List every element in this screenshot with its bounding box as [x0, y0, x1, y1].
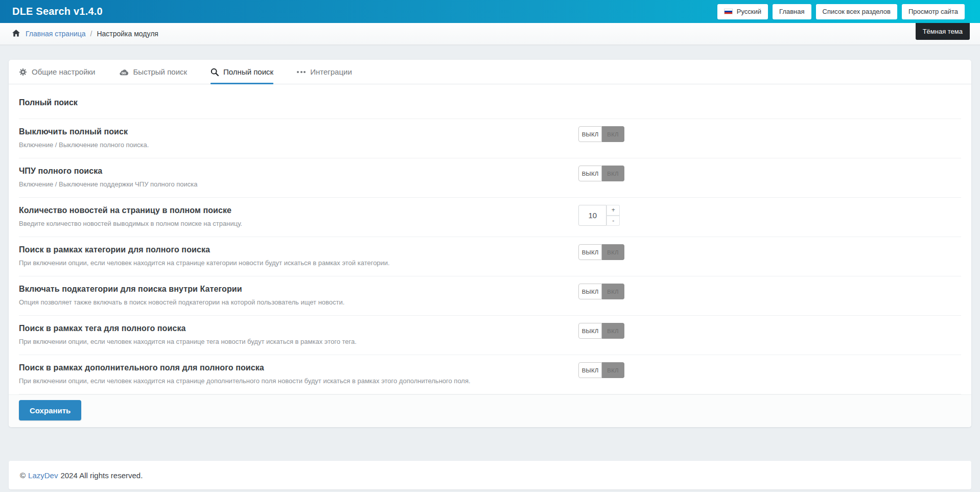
setting-row: Поиск в рамках категории для полного пои… [19, 237, 961, 276]
breadcrumb-home-link[interactable]: Главная страница [26, 30, 86, 38]
setting-title: Включать подкатегории для поиска внутри … [19, 284, 563, 294]
toggle-off-label[interactable]: ВЫКЛ [578, 323, 602, 339]
cloud-icon [119, 68, 129, 76]
setting-description: При включении опции, если человек находи… [19, 337, 563, 346]
setting-info: Количество новостей на страницу в полном… [19, 205, 578, 228]
settings-list: Выключить полный поиск Включение / Выклю… [19, 119, 961, 394]
tabs-bar: Общие настройки Быстрый поиск [9, 60, 971, 84]
toggle-on-label[interactable]: ВКЛ [602, 362, 625, 378]
app-header: DLE Search v1.4.0 Русский Главная Список… [0, 0, 980, 23]
setting-control: ВЫКЛ ВКЛ [578, 126, 961, 142]
setting-title: Количество новостей на страницу в полном… [19, 205, 563, 216]
breadcrumb-separator: / [90, 30, 92, 38]
home-icon[interactable] [12, 30, 20, 38]
toggle-switch[interactable]: ВЫКЛ ВКЛ [578, 323, 624, 339]
page: DLE Search v1.4.0 Русский Главная Список… [0, 0, 980, 492]
setting-row: ЧПУ полного поиска Включение / Выключени… [19, 158, 961, 198]
toggle-switch[interactable]: ВЫКЛ ВКЛ [578, 244, 624, 260]
setting-control: ВЫКЛ ВКЛ [578, 323, 961, 339]
settings-body: Полный поиск Выключить полный поиск Вклю… [9, 84, 971, 394]
setting-row: Поиск в рамках дополнительного поля для … [19, 355, 961, 394]
setting-description: Включение / Выключение поддержки ЧПУ пол… [19, 180, 563, 189]
breadcrumb: Главная страница / Настройка модуля [0, 23, 980, 45]
setting-description: При включении опции, если человек находи… [19, 377, 563, 385]
setting-control: + - [578, 205, 961, 226]
setting-info: Выключить полный поиск Включение / Выклю… [19, 126, 578, 149]
header-actions: Русский Главная Список всех разделов Про… [717, 4, 965, 19]
setting-info: ЧПУ полного поиска Включение / Выключени… [19, 166, 578, 189]
toggle-on-label[interactable]: ВКЛ [602, 284, 625, 299]
setting-info: Поиск в рамках категории для полного пои… [19, 244, 578, 267]
toggle-off-label[interactable]: ВЫКЛ [578, 362, 602, 378]
setting-description: Введите количество новостей выводимых в … [19, 219, 563, 228]
view-site-button[interactable]: Просмотр сайта [902, 4, 965, 19]
setting-info: Поиск в рамках дополнительного поля для … [19, 362, 578, 385]
tab-label: Общие настройки [32, 67, 96, 76]
all-sections-label: Список всех разделов [823, 8, 891, 15]
setting-title: Выключить полный поиск [19, 126, 563, 137]
setting-info: Включать подкатегории для поиска внутри … [19, 284, 578, 307]
setting-control: ВЫКЛ ВКЛ [578, 244, 961, 260]
settings-card: Общие настройки Быстрый поиск [9, 60, 971, 427]
all-sections-button[interactable]: Список всех разделов [816, 4, 897, 19]
tab-quick-search[interactable]: Быстрый поиск [119, 60, 188, 84]
toggle-off-label[interactable]: ВЫКЛ [578, 126, 602, 142]
footer-text: 2024 All rights reserved. [60, 471, 143, 480]
toggle-switch[interactable]: ВЫКЛ ВКЛ [578, 126, 624, 142]
tab-label: Интеграции [310, 67, 352, 76]
tab-general-settings[interactable]: Общие настройки [19, 60, 96, 84]
home-button-label: Главная [779, 8, 804, 15]
app-title: DLE Search v1.4.0 [12, 6, 103, 17]
tab-label: Полный поиск [223, 67, 273, 76]
language-label: Русский [737, 8, 761, 15]
setting-row: Поиск в рамках тега для полного поиска П… [19, 316, 961, 355]
site-footer: © LazyDev 2024 All rights reserved. [9, 461, 971, 489]
setting-title: ЧПУ полного поиска [19, 166, 563, 176]
section-title: Полный поиск [19, 84, 961, 119]
toggle-switch[interactable]: ВЫКЛ ВКЛ [578, 284, 624, 299]
card-footer: Сохранить [9, 394, 971, 427]
setting-row: Количество новостей на страницу в полном… [19, 198, 961, 237]
view-site-label: Просмотр сайта [908, 8, 958, 15]
number-input[interactable] [578, 205, 606, 226]
setting-title: Поиск в рамках дополнительного поля для … [19, 362, 563, 373]
language-button[interactable]: Русский [717, 4, 768, 19]
home-button[interactable]: Главная [773, 4, 811, 19]
setting-description: При включении опции, если человек находи… [19, 259, 563, 267]
toggle-off-label[interactable]: ВЫКЛ [578, 244, 602, 260]
number-stepper: + - [578, 205, 620, 226]
footer-link[interactable]: LazyDev [28, 471, 58, 480]
tab-label: Быстрый поиск [133, 67, 188, 76]
toggle-on-label[interactable]: ВКЛ [602, 166, 625, 181]
setting-row: Включать подкатегории для поиска внутри … [19, 276, 961, 316]
toggle-switch[interactable]: ВЫКЛ ВКЛ [578, 362, 624, 378]
toggle-on-label[interactable]: ВКЛ [602, 323, 625, 339]
toggle-off-label[interactable]: ВЫКЛ [578, 166, 602, 181]
toggle-off-label[interactable]: ВЫКЛ [578, 284, 602, 299]
setting-description: Опция позволяет также включать в поиск н… [19, 298, 563, 307]
setting-row: Выключить полный поиск Включение / Выклю… [19, 119, 961, 158]
tab-integrations[interactable]: Интеграции [297, 60, 352, 84]
setting-description: Включение / Выключение полного поиска. [19, 140, 563, 149]
ellipsis-icon [297, 71, 306, 73]
toggle-switch[interactable]: ВЫКЛ ВКЛ [578, 166, 624, 181]
toggle-on-label[interactable]: ВКЛ [602, 126, 625, 142]
setting-control: ВЫКЛ ВКЛ [578, 284, 961, 299]
increment-button[interactable]: + [606, 205, 620, 216]
setting-control: ВЫКЛ ВКЛ [578, 166, 961, 181]
ru-flag-icon [724, 9, 733, 14]
breadcrumb-current: Настройка модуля [97, 30, 158, 38]
search-icon [211, 68, 219, 76]
tab-full-search[interactable]: Полный поиск [211, 60, 273, 84]
save-button[interactable]: Сохранить [19, 400, 81, 420]
setting-info: Поиск в рамках тега для полного поиска П… [19, 323, 578, 346]
gear-icon [19, 68, 27, 76]
stepper-buttons: + - [606, 205, 620, 226]
setting-title: Поиск в рамках тега для полного поиска [19, 323, 563, 334]
toggle-on-label[interactable]: ВКЛ [602, 244, 625, 260]
dark-theme-button[interactable]: Тёмная тема [916, 23, 970, 40]
copyright-symbol: © [20, 471, 26, 480]
setting-control: ВЫКЛ ВКЛ [578, 362, 961, 378]
setting-title: Поиск в рамках категории для полного пои… [19, 244, 563, 255]
decrement-button[interactable]: - [606, 216, 620, 226]
